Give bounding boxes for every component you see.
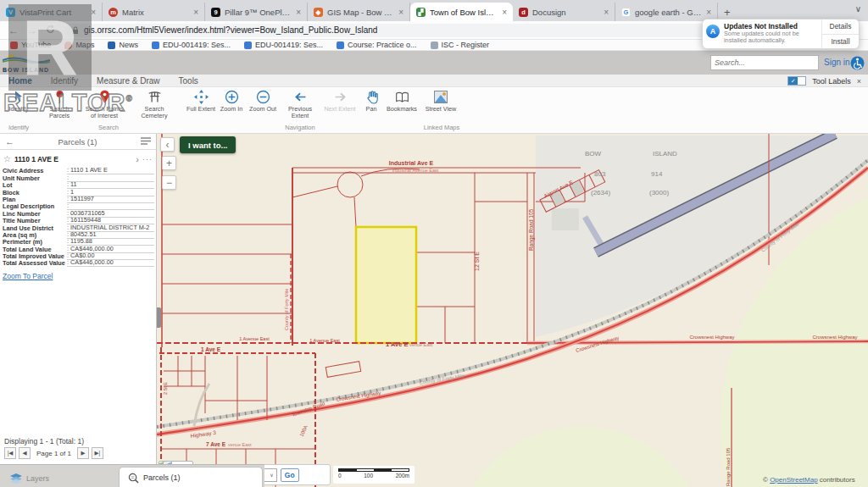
map-canvas[interactable]: BOW ISLAND 803 914 (2634) (3000) Industr… bbox=[157, 134, 868, 487]
panel-title: Parcels (1) bbox=[14, 137, 141, 147]
bookmark-youtube[interactable]: YouTube bbox=[10, 41, 51, 49]
map-pin-icon bbox=[64, 42, 72, 49]
tab-close-icon[interactable]: × bbox=[706, 8, 711, 17]
tab-close-icon[interactable]: × bbox=[91, 8, 96, 17]
full-extent-button[interactable]: Full Extent bbox=[182, 88, 220, 123]
notification-install-button[interactable]: Install bbox=[822, 35, 859, 49]
previous-extent-button[interactable]: Previous Extent bbox=[280, 88, 320, 123]
tab-close-icon[interactable]: × bbox=[296, 8, 301, 17]
tool-labels-toggle[interactable]: ✓ bbox=[787, 76, 806, 86]
tab-label: Pillar 9™ OnePlatform bbox=[225, 8, 292, 17]
panel-menu-icon[interactable] bbox=[141, 137, 151, 146]
sign-in-link[interactable]: Sign in bbox=[824, 58, 850, 67]
back-icon[interactable]: ← bbox=[8, 25, 19, 36]
more-options-icon[interactable]: ··· bbox=[142, 155, 153, 163]
expand-chevron-icon[interactable]: › bbox=[136, 154, 139, 164]
zoom-out-button[interactable]: Zoom Out bbox=[247, 88, 279, 123]
search-parcels-button[interactable]: Search Parcels bbox=[40, 88, 79, 123]
bookmarks-button[interactable]: Bookmarks bbox=[385, 88, 419, 123]
bookmark-news[interactable]: News bbox=[108, 41, 138, 49]
tab-matrix[interactable]: m Matrix × bbox=[103, 3, 205, 21]
panel-resize-grabber[interactable] bbox=[157, 307, 161, 328]
search-input[interactable] bbox=[715, 58, 814, 67]
plus-icon: + bbox=[166, 158, 172, 169]
pagination: |◀ ◀ Page 1 of 1 ▶ ▶| bbox=[4, 447, 103, 459]
map-zoom-in-button[interactable]: + bbox=[162, 156, 176, 170]
next-page-button[interactable]: ▶ bbox=[77, 447, 89, 459]
street-view-button[interactable]: Street View bbox=[424, 88, 458, 123]
arrow-left-icon bbox=[293, 88, 308, 105]
map-label-island: ISLAND bbox=[653, 150, 677, 158]
next-extent-button: Next Extent bbox=[322, 88, 358, 123]
tab-label: Docusign bbox=[532, 8, 599, 17]
notification-details-button[interactable]: Details bbox=[822, 19, 859, 35]
search-icon[interactable] bbox=[814, 58, 815, 68]
tab-close-icon[interactable]: × bbox=[193, 8, 198, 17]
google-favicon: G bbox=[621, 8, 631, 17]
forward-icon[interactable]: → bbox=[27, 25, 37, 36]
tool-labels-control: ✓ Tool Labels × bbox=[787, 75, 861, 87]
bookmark-edu-2[interactable]: EDU-001419: Ses... bbox=[244, 41, 323, 49]
zoom-in-button[interactable]: Zoom In bbox=[216, 88, 247, 123]
zoom-to-parcel-link[interactable]: Zoom To Parcel bbox=[3, 272, 53, 280]
selected-parcel-highlight[interactable] bbox=[356, 227, 416, 343]
last-page-button[interactable]: ▶| bbox=[92, 447, 103, 459]
openstreetmap-link[interactable]: OpenStreetMap bbox=[770, 476, 817, 484]
system-notification: A Updates Not Installed Some updates cou… bbox=[702, 19, 860, 49]
star-icon[interactable]: ☆ bbox=[3, 154, 11, 163]
i-want-to-button[interactable]: I want to... bbox=[180, 136, 236, 153]
tab-docusign[interactable]: d Docusign × bbox=[513, 3, 615, 21]
map-label-2-st: 2 St E bbox=[163, 382, 168, 395]
bookmark-edu-1[interactable]: EDU-001419: Ses... bbox=[152, 41, 231, 49]
panel-header: ← Parcels (1) bbox=[0, 134, 156, 150]
tab-gis-map[interactable]: ◆ GIS Map - Bow Island, AB × bbox=[308, 3, 410, 21]
accessibility-icon[interactable] bbox=[850, 56, 865, 70]
map-label-bow: BOW bbox=[585, 150, 602, 158]
panel-collapse-button[interactable]: ‹ bbox=[160, 137, 175, 152]
search-cemetery-button[interactable]: Search Cemetery bbox=[131, 88, 177, 123]
tab-identify[interactable]: Identify bbox=[51, 76, 78, 86]
tab-overflow-chevron-icon[interactable]: ∨ bbox=[855, 4, 861, 14]
identify-button[interactable]: Identify bbox=[2, 88, 36, 123]
tab-google-search[interactable]: G google earth - Google Search × bbox=[615, 3, 718, 21]
tab-measure-draw[interactable]: Measure & Draw bbox=[97, 76, 159, 86]
tab-close-icon[interactable]: × bbox=[398, 8, 403, 17]
pan-button[interactable]: Pan bbox=[359, 88, 383, 123]
bookmark-isc[interactable]: ISC - Register bbox=[431, 41, 490, 49]
search-poi-button[interactable]: Search Points of Interest bbox=[82, 88, 126, 123]
bookmark-maps[interactable]: Maps bbox=[64, 41, 94, 49]
tab-vistaprint[interactable]: V VistaPrint Cart × bbox=[0, 3, 103, 21]
url-omnibox[interactable]: gis.orrsc.com/Html5Viewer/index.html?vie… bbox=[65, 24, 718, 37]
tab-close-icon[interactable]: × bbox=[604, 8, 609, 17]
first-page-button[interactable]: |◀ bbox=[4, 447, 16, 459]
bow-island-logo: BOW ISLAND bbox=[3, 52, 53, 74]
ribbon-tab-row: Home Identify Measure & Draw Tools ✓ Too… bbox=[0, 75, 868, 87]
street-view-icon bbox=[434, 88, 448, 105]
tab-layers[interactable]: Layers bbox=[5, 468, 71, 487]
map-label-1-ave-rest: venue East bbox=[409, 342, 433, 347]
tab-parcels-active[interactable]: Parcels (1) bbox=[119, 467, 263, 487]
tab-bow-island-active[interactable]: ▞ Town of Bow Island Public Site × bbox=[410, 3, 513, 21]
panel-back-icon[interactable]: ← bbox=[5, 136, 14, 147]
tab-home[interactable]: Home bbox=[8, 76, 32, 86]
parcel-title: 1110 1 AVE E bbox=[14, 155, 132, 163]
reload-icon[interactable] bbox=[46, 25, 55, 36]
tab-close-icon[interactable]: × bbox=[502, 8, 507, 17]
parcel-result-row[interactable]: ☆ 1110 1 AVE E › ··· bbox=[0, 152, 156, 166]
map-label-crowsnest-3: Crowsnest Highway bbox=[689, 335, 734, 340]
scalebar: 0 100 200m bbox=[333, 466, 415, 484]
plus-icon: + bbox=[724, 6, 731, 19]
group-navigation: Navigation bbox=[285, 124, 314, 131]
prev-page-button[interactable]: ◀ bbox=[19, 447, 31, 459]
map-zoom-out-button[interactable]: − bbox=[162, 175, 176, 190]
full-extent-icon bbox=[194, 88, 209, 105]
ribbon-close-icon[interactable]: × bbox=[857, 77, 861, 86]
map-label-range-road: Range Road 105 bbox=[528, 208, 535, 251]
bookmark-course[interactable]: Course: Practice o... bbox=[337, 41, 417, 49]
tab-pillar9[interactable]: 9 Pillar 9™ OnePlatform × bbox=[205, 3, 308, 21]
tab-tools[interactable]: Tools bbox=[179, 76, 198, 86]
isc-icon bbox=[431, 42, 438, 49]
go-button[interactable]: Go bbox=[281, 468, 299, 482]
group-search: Search bbox=[98, 124, 119, 131]
map-attribution: © OpenStreetMap contributors bbox=[763, 476, 855, 484]
